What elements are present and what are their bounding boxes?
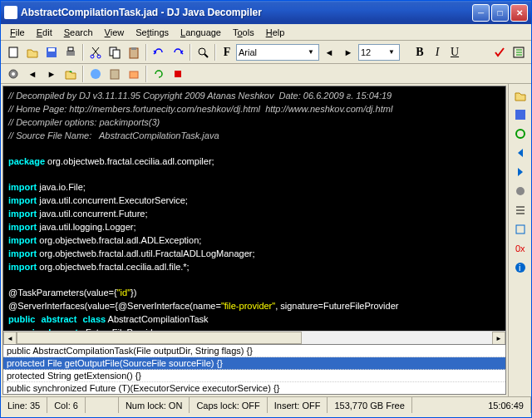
- annotation: }): [131, 288, 136, 298]
- editor-container: // Decompiled by DJ v3.11.11.95 Copyrigh…: [2, 86, 506, 395]
- print-button[interactable]: [62, 43, 80, 61]
- font-size-field[interactable]: 12: [361, 47, 386, 57]
- cut-button[interactable]: [86, 43, 105, 61]
- paste-button[interactable]: [125, 43, 143, 61]
- font-name-field[interactable]: Arial: [239, 47, 305, 57]
- toolbar-separator: [82, 66, 84, 82]
- menu-settings[interactable]: Settings: [130, 26, 175, 39]
- close-button[interactable]: ✕: [510, 4, 528, 22]
- side-settings-button[interactable]: [512, 183, 529, 199]
- code-text: org.objectweb.fractal.adl.ADLException;: [37, 235, 201, 245]
- info-icon: i: [514, 261, 527, 274]
- side-refresh-button[interactable]: [512, 125, 529, 142]
- stop-button[interactable]: [169, 65, 187, 83]
- undo-button[interactable]: [150, 43, 168, 61]
- code-text: org.objectweb.fractal.cecilia.adl.file.*…: [37, 262, 189, 272]
- toolbar-separator: [82, 44, 84, 61]
- menu-help[interactable]: Help: [260, 26, 291, 39]
- menu-view[interactable]: View: [99, 26, 131, 39]
- keyword: class: [83, 314, 106, 324]
- paste-icon: [127, 46, 140, 59]
- side-tree-button[interactable]: [512, 221, 529, 238]
- minimize-button[interactable]: ─: [472, 4, 490, 22]
- scroll-left-button[interactable]: ◄: [3, 332, 17, 345]
- code-text: java.util.concurrent.Future;: [37, 209, 147, 219]
- comment-line: // Decompiled by DJ v3.11.11.95 Copyrigh…: [8, 91, 392, 101]
- side-info-button[interactable]: i: [512, 259, 529, 276]
- comment-line: // Decompiler options: packimports(3): [8, 117, 162, 127]
- new-button[interactable]: [4, 43, 22, 61]
- class-button[interactable]: [86, 65, 105, 83]
- status-col: Col: 6: [47, 397, 86, 413]
- svg-rect-20: [111, 70, 119, 79]
- refresh-button[interactable]: [150, 65, 168, 83]
- jar-button[interactable]: [106, 65, 124, 83]
- svg-rect-10: [131, 47, 136, 50]
- back-button[interactable]: ◄: [23, 65, 42, 83]
- code-editor[interactable]: // Decompiled by DJ v3.11.11.95 Copyrigh…: [3, 86, 505, 331]
- font-size-selector[interactable]: 12 ▼: [358, 44, 400, 61]
- bold-button[interactable]: B: [411, 44, 428, 61]
- side-prev-button[interactable]: [512, 145, 529, 161]
- menu-file[interactable]: File: [4, 26, 31, 39]
- open-button[interactable]: [23, 43, 42, 61]
- folder-icon: [514, 89, 527, 102]
- scroll-right-button[interactable]: ►: [492, 332, 505, 345]
- svg-rect-29: [516, 225, 525, 234]
- font-prev-button[interactable]: ◄: [320, 43, 338, 61]
- list-item[interactable]: protected String getExtension() {}: [3, 370, 505, 382]
- decompile-button[interactable]: [4, 65, 22, 83]
- scroll-thumb[interactable]: [17, 332, 302, 344]
- tree-button[interactable]: [510, 43, 528, 61]
- svg-rect-3: [66, 51, 75, 56]
- menubar: File Edit Search View Settings Language …: [1, 24, 531, 41]
- svg-point-24: [516, 130, 525, 138]
- menu-tools[interactable]: Tools: [227, 26, 260, 39]
- side-hex-button[interactable]: 0x: [512, 240, 529, 257]
- status-gap: [86, 397, 119, 413]
- maximize-button[interactable]: □: [491, 4, 509, 22]
- scroll-track[interactable]: [17, 332, 492, 344]
- up-button[interactable]: [62, 65, 80, 83]
- menu-edit[interactable]: Edit: [31, 26, 58, 39]
- side-save-button[interactable]: [512, 106, 529, 123]
- list-item[interactable]: public AbstractCompilationTask(File outp…: [3, 345, 505, 357]
- svg-rect-0: [9, 47, 17, 57]
- chevron-down-icon[interactable]: ▼: [386, 48, 397, 56]
- side-open-button[interactable]: [512, 87, 529, 104]
- check-button[interactable]: [490, 43, 509, 61]
- keyword: import: [8, 209, 37, 219]
- code-text: java.io.File;: [37, 182, 86, 192]
- list-item[interactable]: public synchronized Future (T)(ExecutorS…: [3, 382, 505, 394]
- annotation: , signature=FutureFileProvider: [275, 301, 398, 311]
- refresh-icon: [514, 127, 527, 140]
- string-literal: "file-provider": [221, 301, 275, 311]
- chevron-down-icon[interactable]: ▼: [305, 48, 317, 56]
- keyword: import: [8, 262, 37, 272]
- disk-icon: [514, 108, 527, 121]
- package-button[interactable]: [125, 65, 143, 83]
- menu-language[interactable]: Language: [175, 26, 227, 39]
- copy-button[interactable]: [106, 43, 124, 61]
- method-list[interactable]: public AbstractCompilationTask(File outp…: [3, 344, 505, 394]
- underline-button[interactable]: U: [446, 44, 463, 61]
- menu-search[interactable]: Search: [58, 26, 99, 39]
- side-list-button[interactable]: [512, 202, 529, 219]
- redo-button[interactable]: [169, 43, 187, 61]
- list-item[interactable]: protected File getOutputFile(SourceFile …: [3, 357, 505, 370]
- keyword: import: [8, 195, 37, 205]
- toolbar-separator: [190, 44, 191, 61]
- side-next-button[interactable]: [512, 164, 529, 180]
- window-title: AbstractCompilationTask.jad - DJ Java De…: [21, 7, 472, 18]
- find-button[interactable]: [194, 43, 212, 61]
- toolbar-secondary: ◄ ►: [1, 64, 531, 84]
- italic-button[interactable]: I: [429, 44, 446, 61]
- save-button[interactable]: [42, 43, 61, 61]
- redo-icon: [171, 46, 185, 59]
- horizontal-scrollbar[interactable]: ◄ ►: [3, 331, 505, 344]
- forward-button[interactable]: ►: [42, 65, 61, 83]
- font-selector[interactable]: Arial ▼: [236, 44, 319, 61]
- gear-icon: [7, 67, 20, 81]
- font-next-button[interactable]: ►: [339, 43, 357, 61]
- status-insert: Insert: OFF: [268, 397, 328, 413]
